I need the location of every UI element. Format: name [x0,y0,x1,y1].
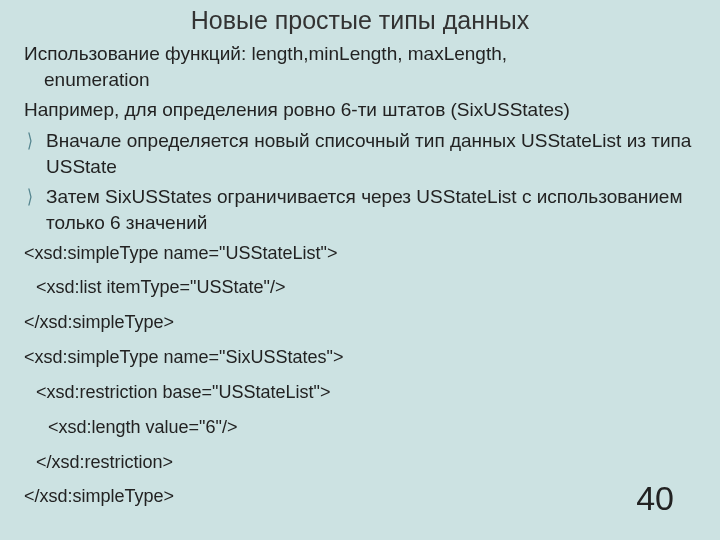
code-line: </xsd:simpleType> [24,484,700,509]
code-line: <xsd:restriction base="USStateList"> [24,380,700,405]
bullet-item: ⟩ Вначале определяется новый списочный т… [24,128,700,180]
page-number: 40 [636,479,674,518]
slide-title: Новые простые типы данных [0,0,720,41]
bullet-item: ⟩ Затем SixUSStates ограничивается через… [24,184,700,236]
bullet-marker-icon: ⟩ [24,128,42,154]
code-line: <xsd:simpleType name="USStateList"> [24,241,700,266]
slide-body: Использование функций: length,minLength,… [0,41,720,509]
code-line: </xsd:restriction> [24,450,700,475]
code-line: <xsd:list itemType="USState"/> [24,275,700,300]
intro-line-2: enumeration [24,67,700,93]
example-intro: Например, для определения ровно 6-ти шта… [24,97,700,123]
code-line: </xsd:simpleType> [24,310,700,335]
code-line: <xsd:length value="6"/> [24,415,700,440]
code-line: <xsd:simpleType name="SixUSStates"> [24,345,700,370]
intro-paragraph: Использование функций: length,minLength,… [24,41,700,93]
bullet-marker-icon: ⟩ [24,184,42,210]
slide: Новые простые типы данных Использование … [0,0,720,540]
bullet-text: Затем SixUSStates ограничивается через U… [46,184,700,236]
bullet-text: Вначале определяется новый списочный тип… [46,128,700,180]
intro-line-1: Использование функций: length,minLength,… [24,43,507,64]
